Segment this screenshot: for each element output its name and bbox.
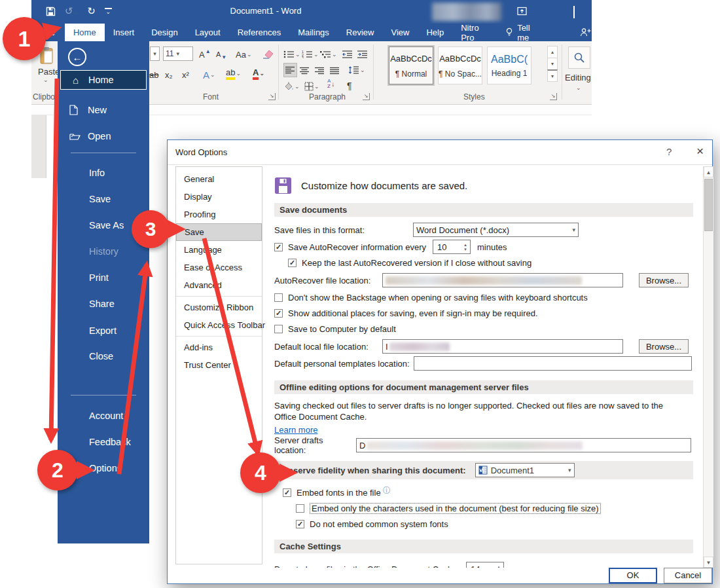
browse-autorecover-button[interactable]: Browse... [639,273,689,287]
dialog-close-icon[interactable]: × [696,144,704,158]
justify-icon[interactable] [330,64,340,78]
backstage-item-close[interactable]: Close [60,346,147,366]
styles-gallery-scroll[interactable]: ▴ ▾ ▾ [547,46,558,82]
spin-down-icon[interactable]: ▾ [464,247,467,251]
tell-me-box[interactable]: Tell me [499,24,546,41]
font-dialog-launcher-icon[interactable]: ↘ [268,93,276,100]
grow-font-button[interactable]: A▲ [199,47,211,62]
nav-proofing[interactable]: Proofing [176,206,262,223]
decrease-indent-icon[interactable] [342,47,353,62]
checkbox-embed-chars[interactable]: ✓ [296,504,304,513]
checkbox-no-common-fonts[interactable]: ✓ [296,520,304,528]
spin-up-icon[interactable]: ▴ [464,242,467,247]
spin-up-icon[interactable]: ▴ [497,564,500,568]
ok-button[interactable]: OK [609,568,657,583]
backstage-item-open[interactable]: Open [60,126,147,146]
info-icon[interactable]: ⓘ [383,485,391,496]
scrollbar-thumb[interactable] [704,179,713,231]
style-no-spacing[interactable]: AaBbCcDc ¶ No Spac... [438,46,482,84]
style-normal[interactable]: AaBbCcDc ¶ Normal [389,46,433,84]
subscript-button[interactable]: x₂ [165,67,173,82]
backstage-item-share[interactable]: Share [60,294,147,314]
align-center-icon[interactable] [300,64,310,78]
font-name-combo-partial[interactable]: ▾ [150,46,160,61]
increase-indent-icon[interactable] [357,47,368,62]
backstage-item-save[interactable]: Save [60,189,147,209]
borders-icon[interactable]: ⌄ [304,79,319,94]
bullets-icon[interactable]: ⌄ [283,47,300,62]
scroll-up-icon[interactable]: ▲ [704,166,713,177]
templates-location-input[interactable] [414,356,692,371]
clear-formatting-icon[interactable] [262,47,274,62]
autorecover-location-input[interactable] [382,273,623,287]
change-case-button[interactable]: Aa⌄ [236,47,251,62]
backstage-item-print[interactable]: Print [60,268,147,287]
nav-ease-of-access[interactable]: Ease of Access [176,259,262,276]
cache-days-spinner[interactable]: 14 ▴▾ [466,562,504,568]
styles-scroll-up-icon[interactable]: ▴ [547,46,558,58]
checkbox-autorecover[interactable]: ✓ [274,243,283,251]
multilevel-list-icon[interactable]: ⌄ [320,47,337,62]
checkbox-computer[interactable]: ✓ [274,325,283,333]
backstage-item-new[interactable]: New [60,100,147,120]
nav-add-ins[interactable]: Add-ins [176,339,262,356]
browse-local-button[interactable]: Browse... [639,339,689,354]
font-color-button[interactable]: A⌄ [253,66,264,81]
learn-more-link[interactable]: Learn more [274,425,317,435]
find-button[interactable] [568,46,590,69]
ribbon-display-options-icon[interactable] [517,7,527,16]
text-effects-button[interactable]: A⌄ [203,67,215,82]
font-size-combo[interactable]: 11 ▾ [163,46,193,61]
nav-quick-access-toolbar[interactable]: Quick Access Toolbar [176,316,262,334]
styles-dialog-launcher-icon[interactable]: ↘ [550,93,557,100]
nav-advanced[interactable]: Advanced [176,276,262,294]
fidelity-document-dropdown[interactable]: Document1 ▾ [475,463,575,477]
tab-layout[interactable]: Layout [187,24,229,41]
dialog-help-icon[interactable]: ? [666,146,672,157]
tab-view[interactable]: View [382,24,418,41]
tab-review[interactable]: Review [338,24,383,41]
backstage-item-account[interactable]: Account [60,406,147,426]
backstage-item-info[interactable]: Info [60,163,147,183]
tab-design[interactable]: Design [143,24,186,41]
scroll-down-icon[interactable]: ▼ [704,557,713,568]
share-contact-icon[interactable] [580,24,592,41]
cancel-button[interactable]: Cancel [664,568,712,583]
checkbox-embed-fonts[interactable]: ✓ [283,488,291,497]
sort-icon[interactable]: AZ↓ [327,78,334,90]
nav-trust-center[interactable]: Trust Center [176,356,262,374]
tab-references[interactable]: References [229,24,289,41]
styles-scroll-down-icon[interactable]: ▾ [547,58,558,70]
tab-help[interactable]: Help [418,24,452,41]
superscript-button[interactable]: x² [182,67,189,82]
nav-general[interactable]: General [176,170,262,188]
nav-language[interactable]: Language [176,241,262,259]
backstage-item-home[interactable]: ⌂ Home [60,70,147,90]
tab-home[interactable]: Home [65,24,105,41]
nav-customize-ribbon[interactable]: Customize Ribbon [176,299,262,316]
maximize-icon[interactable] [573,7,575,18]
backstage-item-export[interactable]: Export [60,321,147,340]
autorecover-minutes-spinner[interactable]: 10 ▴▾ [433,240,471,254]
align-left-icon[interactable] [283,63,297,77]
back-button[interactable]: ← [68,48,86,66]
tab-mailings[interactable]: Mailings [289,24,338,41]
strikethrough-button[interactable]: ab [149,67,161,82]
dialog-scrollbar[interactable]: ▲ ▼ [703,166,713,568]
backstage-item-feedback[interactable]: Feedback [60,432,147,452]
nav-save[interactable]: Save [176,223,262,241]
paragraph-dialog-launcher-icon[interactable]: ↘ [363,93,370,100]
styles-pane-icon[interactable]: ▾ [547,69,558,82]
pilcrow-icon[interactable]: ¶ [347,79,352,93]
align-right-icon[interactable] [315,64,325,78]
style-heading1[interactable]: AaBbC( Heading 1 [487,46,531,84]
tab-nitro-pro[interactable]: Nitro Pro [452,24,499,41]
checkbox-places[interactable]: ✓ [274,309,283,318]
checkbox-backstage[interactable]: ✓ [274,293,283,302]
server-drafts-input[interactable]: D [356,438,691,452]
local-location-input[interactable]: I [382,339,623,354]
numbering-icon[interactable]: 123⌄ [302,47,319,62]
shading-icon[interactable]: ⌄ [283,79,300,94]
editing-group-button[interactable]: Editing [565,73,591,83]
shrink-font-button[interactable]: A▼ [216,47,226,62]
